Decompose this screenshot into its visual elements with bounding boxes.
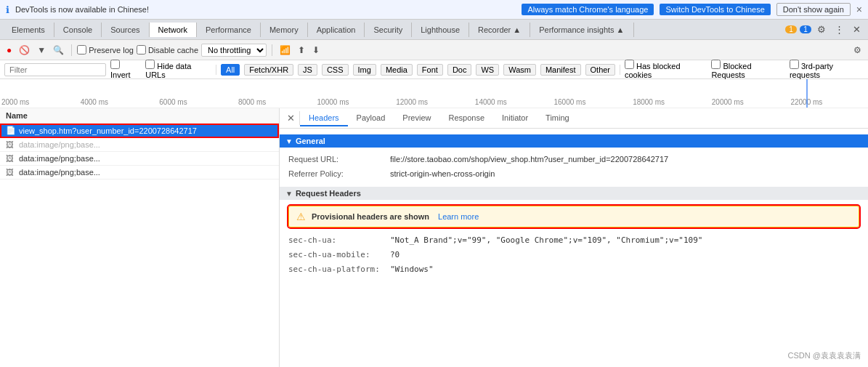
more-icon[interactable]: ⋮ (832, 23, 847, 36)
match-language-button[interactable]: Always match Chrome's language (522, 4, 654, 15)
preserve-log-label[interactable]: Preserve log (77, 45, 134, 55)
switch-devtools-button[interactable]: Switch DevTools to Chinese (660, 4, 770, 15)
tab-recorder[interactable]: Recorder ▲ (469, 23, 530, 37)
filter-media-button[interactable]: Media (381, 64, 413, 76)
detail-content: ▼ General Request URL: file://store.taob… (280, 129, 868, 367)
record-button[interactable]: ● (4, 44, 14, 57)
blocked-cookies-label[interactable]: Has blocked cookies (625, 60, 707, 79)
third-party-label[interactable]: 3rd-party requests (790, 60, 864, 79)
dont-show-again-button[interactable]: Don't show again (776, 3, 851, 16)
request-headers-section-header: ▼ Request Headers (280, 187, 868, 200)
separator-2 (272, 44, 272, 56)
filter-font-button[interactable]: Font (417, 64, 443, 76)
blocked-requests-checkbox[interactable] (711, 60, 721, 69)
tab-network[interactable]: Network (150, 23, 197, 37)
learn-more-link[interactable]: Learn more (438, 212, 479, 221)
tab-memory[interactable]: Memory (261, 23, 308, 37)
filter-icon[interactable]: ▼ (35, 44, 48, 57)
tab-application[interactable]: Application (308, 23, 365, 37)
filter-img-button[interactable]: Img (353, 64, 376, 76)
timeline-label-3: 8000 ms (237, 98, 316, 106)
sec-ch-ua-mobile-label: sec-ch-ua-mobile: (288, 249, 390, 261)
sub-tab-response[interactable]: Response (439, 110, 493, 126)
preserve-log-checkbox[interactable] (77, 45, 86, 55)
timeline-label-10: 22000 ms (789, 98, 868, 106)
timeline-label-5: 12000 ms (394, 98, 474, 106)
tab-security[interactable]: Security (365, 23, 412, 37)
warning-text: Provisional headers are shown (312, 212, 429, 221)
filter-fetch-button[interactable]: Fetch/XHR (244, 64, 293, 76)
request-headers-triangle-icon: ▼ (285, 190, 293, 198)
blocked-requests-label[interactable]: Blocked Requests (711, 60, 785, 79)
tab-performance[interactable]: Performance (197, 23, 261, 37)
filter-manifest-button[interactable]: Manifest (540, 64, 581, 76)
file-icon-2: 🖼 (6, 154, 16, 163)
close-devtools-icon[interactable]: ✕ (850, 23, 864, 36)
filter-doc-button[interactable]: Doc (447, 64, 472, 76)
network-settings-icon[interactable]: ⚙ (851, 44, 864, 57)
file-name-3: data:image/png;base... (19, 168, 100, 177)
timeline-label-6: 14000 ms (474, 98, 553, 106)
tab-actions: 1 1 ⚙ ⋮ ✕ (785, 23, 868, 36)
info-icon: ℹ (6, 4, 9, 15)
hide-data-urls-label[interactable]: Hide data URLs (145, 60, 211, 79)
provisional-headers-warning: ⚠ Provisional headers are shown Learn mo… (288, 206, 859, 227)
file-item-0[interactable]: 📄 view_shop.htm?user_number_id=220072864… (0, 124, 279, 138)
main-layout: Name 📄 view_shop.htm?user_number_id=2200… (0, 108, 868, 367)
filter-input[interactable] (4, 63, 106, 76)
search-icon[interactable]: 🔍 (51, 44, 66, 57)
badge-info: 1 (800, 25, 811, 33)
wifi-icon[interactable]: 📶 (277, 44, 293, 57)
sub-tab-timing[interactable]: Timing (537, 110, 578, 126)
export-icon[interactable]: ⬇ (310, 44, 322, 57)
file-item-1[interactable]: 🖼 data:image/png;base... (0, 138, 279, 152)
filter-ws-button[interactable]: WS (476, 64, 499, 76)
tab-console[interactable]: Console (54, 23, 102, 37)
sub-tab-headers[interactable]: Headers (300, 110, 348, 126)
timeline-label-1: 4000 ms (79, 98, 158, 106)
sub-tab-preview[interactable]: Preview (394, 110, 439, 126)
file-item-2[interactable]: 🖼 data:image/png;base... (0, 152, 279, 166)
filter-divider-2 (620, 65, 620, 75)
warning-icon: ⚠ (296, 211, 306, 222)
invert-checkbox[interactable] (110, 60, 120, 69)
sub-tab-initiator[interactable]: Initiator (493, 110, 537, 126)
close-icon[interactable]: × (856, 4, 862, 15)
filter-all-button[interactable]: All (221, 64, 240, 76)
filter-css-button[interactable]: CSS (322, 64, 349, 76)
disable-cache-label[interactable]: Disable cache (137, 45, 198, 55)
file-item-3[interactable]: 🖼 data:image/png;base... (0, 166, 279, 180)
sec-ch-ua-value: "Not_A Brand";v="99", "Google Chrome";v=… (390, 235, 702, 246)
tab-sources[interactable]: Sources (102, 23, 149, 37)
referrer-policy-value: strict-origin-when-cross-origin (390, 168, 495, 180)
throttling-select[interactable]: No throttling (201, 44, 267, 57)
sub-tab-payload[interactable]: Payload (348, 110, 394, 126)
info-text: DevTools is now available in Chinese! (15, 5, 516, 14)
blocked-cookies-checkbox[interactable] (625, 60, 634, 69)
referrer-policy-label: Referrer Policy: (288, 168, 390, 180)
file-item-wrapper-0: 📄 view_shop.htm?user_number_id=220072864… (0, 124, 279, 138)
request-url-value: file://store.taobao.com/shop/view_shop.h… (390, 153, 668, 165)
third-party-checkbox[interactable] (790, 60, 799, 69)
import-icon[interactable]: ⬆ (296, 44, 307, 57)
filter-other-button[interactable]: Other (585, 64, 616, 76)
right-panel: ✕ Headers Payload Preview Response Initi… (280, 108, 868, 367)
disable-cache-checkbox[interactable] (137, 45, 146, 55)
filter-wasm-button[interactable]: Wasm (503, 64, 536, 76)
badge-warning: 1 (785, 25, 797, 33)
detail-close-icon[interactable]: ✕ (283, 111, 300, 125)
filter-js-button[interactable]: JS (298, 64, 317, 76)
filter-bar: Invert Hide data URLs All Fetch/XHR JS C… (0, 60, 868, 79)
invert-label[interactable]: Invert (110, 60, 141, 79)
tab-elements[interactable]: Elements (3, 23, 54, 37)
toolbar-right: ⚙ (851, 44, 864, 57)
timeline-label-7: 16000 ms (552, 98, 631, 106)
settings-icon[interactable]: ⚙ (814, 23, 829, 36)
file-icon-1: 🖼 (6, 140, 16, 149)
sub-tab-bar: ✕ Headers Payload Preview Response Initi… (280, 108, 868, 129)
hide-data-urls-checkbox[interactable] (145, 60, 155, 69)
tab-lighthouse[interactable]: Lighthouse (412, 23, 469, 37)
tab-performance-insights[interactable]: Performance insights ▲ (530, 23, 633, 37)
clear-button[interactable]: 🚫 (17, 44, 32, 57)
file-list-header: Name (0, 108, 279, 124)
